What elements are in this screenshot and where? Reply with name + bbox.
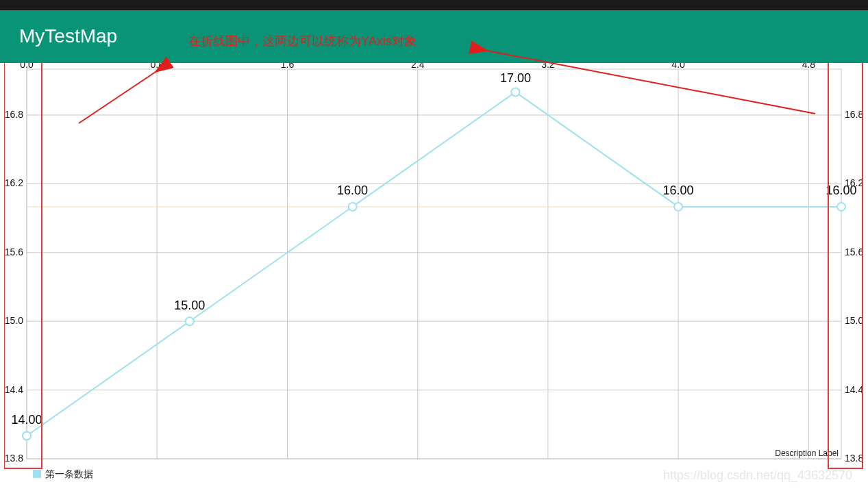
y-tick-left: 15.0 xyxy=(5,315,23,326)
y-tick-left: 15.6 xyxy=(5,246,23,257)
value-label: 17.00 xyxy=(500,71,531,85)
yaxis-right-highlight xyxy=(828,63,863,468)
data-point xyxy=(186,317,194,325)
y-tick-right: 14.4 xyxy=(845,384,863,395)
chart-container: 14.00 15.00 16.00 17.00 16.00 16.00 0.0 … xyxy=(4,63,863,483)
x-tick: 0.8 xyxy=(150,63,164,70)
value-label: 15.00 xyxy=(174,299,205,312)
y-tick-left: 13.8 xyxy=(5,453,23,464)
value-label: 14.00 xyxy=(11,413,42,427)
data-point xyxy=(674,203,682,211)
x-tick: 2.4 xyxy=(411,63,425,70)
x-tick: 4.8 xyxy=(802,63,816,70)
app-title: MyTestMap xyxy=(19,25,117,47)
y-tick-right: 16.8 xyxy=(845,109,863,120)
x-tick: 1.6 xyxy=(281,63,295,70)
legend-swatch xyxy=(33,470,41,478)
app-bar: MyTestMap xyxy=(0,10,868,63)
y-tick-right: 16.2 xyxy=(845,177,863,188)
status-bar xyxy=(0,0,868,10)
y-tick-right: 15.6 xyxy=(845,246,863,257)
x-tick: 3.2 xyxy=(541,63,555,70)
x-tick: 4.0 xyxy=(671,63,685,70)
watermark: https://blog.csdn.net/qq_43632570 xyxy=(663,468,852,483)
data-point xyxy=(349,203,357,211)
data-point xyxy=(23,432,31,440)
data-line xyxy=(27,92,841,436)
y-tick-left: 16.8 xyxy=(5,109,23,120)
y-tick-right: 13.8 xyxy=(845,453,863,464)
annotation-callout: 在折线图中，这两边可以统称为YAxis对象 xyxy=(188,33,417,49)
description-label: Description Label xyxy=(775,448,839,458)
legend-label: 第一条数据 xyxy=(45,468,93,479)
data-point xyxy=(511,88,519,97)
plot-border xyxy=(27,69,841,459)
x-tick: 0.0 xyxy=(20,63,34,70)
data-point xyxy=(837,203,845,211)
value-label: 16.00 xyxy=(663,184,694,197)
y-tick-left: 16.2 xyxy=(5,177,23,188)
yaxis-left-highlight xyxy=(4,63,42,468)
y-tick-right: 15.0 xyxy=(845,315,863,326)
chart-svg: 14.00 15.00 16.00 17.00 16.00 16.00 0.0 … xyxy=(4,63,863,492)
value-label: 16.00 xyxy=(337,184,368,197)
y-tick-left: 14.4 xyxy=(5,384,23,395)
